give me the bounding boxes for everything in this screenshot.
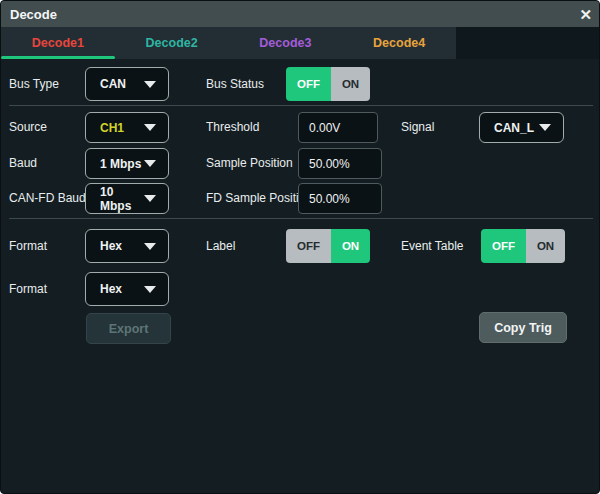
event-table-label: Event Table [401, 229, 464, 263]
event-table-toggle[interactable]: OFF ON [481, 229, 565, 263]
sample-position-value: 50.00% [309, 157, 350, 171]
source-value: CH1 [100, 121, 124, 135]
export-button[interactable]: Export [86, 313, 171, 344]
bus-status-on[interactable]: ON [331, 67, 370, 101]
label-toggle-off[interactable]: OFF [286, 229, 331, 263]
bus-type-value: CAN [100, 77, 126, 91]
threshold-value: 0.00V [309, 121, 340, 135]
copy-trig-button[interactable]: Copy Trig [479, 312, 567, 343]
threshold-label: Threshold [206, 112, 259, 143]
chevron-down-icon [144, 160, 156, 167]
bus-type-dropdown[interactable]: CAN [85, 67, 169, 101]
chevron-down-icon [144, 81, 156, 88]
fd-sample-position-label: FD Sample Position [206, 183, 312, 214]
format-value: Hex [100, 239, 122, 253]
format-label: Format [9, 229, 47, 263]
close-icon[interactable]: ✕ [579, 7, 592, 22]
fd-sample-position-input[interactable]: 50.00% [298, 183, 382, 214]
event-table-off[interactable]: OFF [481, 229, 526, 263]
baud-value: 1 Mbps [100, 157, 141, 171]
chevron-down-icon [144, 124, 156, 131]
chevron-down-icon [144, 243, 156, 250]
baud-dropdown[interactable]: 1 Mbps [85, 148, 169, 179]
chevron-down-icon [144, 195, 156, 202]
baud-label: Baud [9, 148, 37, 179]
chevron-down-icon [144, 286, 156, 293]
divider [9, 105, 593, 106]
format2-value: Hex [100, 282, 122, 296]
tab-decode4-label: Decode4 [373, 36, 425, 50]
bus-status-label: Bus Status [206, 67, 264, 101]
bus-status-toggle[interactable]: OFF ON [286, 67, 370, 101]
tab-decode1[interactable]: Decode1 [1, 27, 115, 59]
sample-position-input[interactable]: 50.00% [298, 148, 382, 179]
tab-decode3[interactable]: Decode3 [229, 27, 343, 59]
format2-dropdown[interactable]: Hex [85, 272, 169, 306]
label-toggle[interactable]: OFF ON [286, 229, 370, 263]
signal-label: Signal [401, 112, 434, 143]
tab-decode2[interactable]: Decode2 [115, 27, 229, 59]
decode-dialog: Decode ✕ Decode1 Decode2 Decode3 Decode4… [0, 0, 600, 494]
label-toggle-on[interactable]: ON [331, 229, 370, 263]
tab-decode2-label: Decode2 [146, 36, 198, 50]
active-tab-underline [1, 56, 115, 59]
canfd-baud-label: CAN-FD Baud [9, 183, 86, 214]
threshold-input[interactable]: 0.00V [298, 112, 378, 143]
source-label: Source [9, 112, 47, 143]
title-bar: Decode ✕ [1, 1, 600, 27]
dialog-title: Decode [10, 7, 57, 22]
tab-decode4[interactable]: Decode4 [342, 27, 456, 59]
bus-status-off[interactable]: OFF [286, 67, 331, 101]
tab-decode3-label: Decode3 [259, 36, 311, 50]
chevron-down-icon [539, 124, 551, 131]
bus-type-label: Bus Type [9, 67, 59, 101]
fd-sample-position-value: 50.00% [309, 192, 350, 206]
label-toggle-label: Label [206, 229, 235, 263]
tab-strip: Decode1 Decode2 Decode3 Decode4 [1, 27, 456, 59]
event-table-on[interactable]: ON [526, 229, 565, 263]
tab-decode1-label: Decode1 [32, 36, 84, 50]
canfd-baud-dropdown[interactable]: 10 Mbps [85, 183, 169, 214]
signal-value: CAN_L [494, 121, 534, 135]
signal-dropdown[interactable]: CAN_L [479, 112, 564, 143]
source-dropdown[interactable]: CH1 [85, 112, 169, 143]
sample-position-label: Sample Position [206, 148, 293, 179]
divider [9, 218, 593, 219]
format2-label: Format [9, 272, 47, 306]
canfd-baud-value: 10 Mbps [100, 185, 144, 213]
format-dropdown[interactable]: Hex [85, 229, 169, 263]
